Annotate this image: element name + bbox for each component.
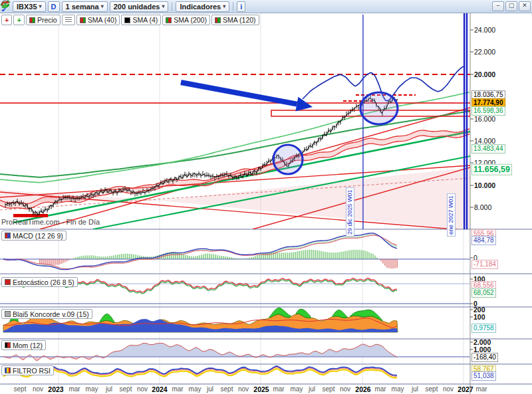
koncorde-color-icon (5, 311, 11, 317)
watermark: ProRealTime.com - Fin de Día (1, 218, 100, 226)
sma40-label: SMA (40) (88, 16, 117, 24)
stochastic-label-text: Estocástico (26 8 5) (13, 278, 74, 286)
toolbar: ✔ IBX35 ▾ D 1 semana ▾ 200 unidades ▾ In… (0, 0, 532, 13)
filtro-rsi-label-text: FILTRO RSI (13, 367, 51, 375)
macd-panel-label[interactable]: MACD (12 26 9) (1, 231, 66, 241)
sma120-label: SMA (120) (223, 16, 256, 24)
sma120-chip[interactable]: SMA (120) (211, 15, 259, 25)
filtro-rsi-panel-label[interactable]: FILTRO RSI (1, 365, 54, 375)
momentum-color-icon (5, 342, 11, 348)
daily-mode-label: D (51, 3, 57, 11)
toolbar-separator (172, 2, 172, 11)
stochastic-color-icon (5, 279, 11, 285)
close-button[interactable]: ✕ (519, 1, 531, 11)
window-controls: – ▢ ✕ (492, 1, 531, 11)
price-chip-label: Precio (37, 16, 57, 24)
chevron-down-icon: ▾ (162, 3, 164, 9)
timeframe-selector[interactable]: 1 semana ▾ (62, 1, 108, 12)
arrow-shaft (181, 82, 297, 104)
sma4-color-icon (124, 17, 130, 23)
price-legend: + + Precio SMA (40) SMA (4) SMA (200) SM… (1, 15, 259, 25)
price-chip[interactable]: Precio (26, 15, 61, 25)
sma40-chip[interactable]: SMA (40) (76, 15, 120, 25)
remove-indicator-button[interactable]: + (1, 15, 12, 25)
timeframe-label: 1 semana (66, 3, 99, 11)
chevron-down-icon: ▾ (101, 3, 104, 9)
filtro-rsi-color-icon (5, 367, 11, 373)
chart-canvas[interactable] (0, 0, 532, 394)
sma200-chip[interactable]: SMA (200) (162, 15, 210, 25)
green-plus-icon: + (17, 17, 21, 23)
list-icon (65, 17, 72, 23)
red-bar-drawing (13, 214, 48, 217)
sma200-label: SMA (200) (174, 16, 207, 24)
sma4-label: SMA (4) (132, 16, 158, 24)
macd-color-icon (5, 233, 11, 239)
minimize-button[interactable]: – (492, 1, 504, 11)
indicators-button[interactable]: Indicadores ▾ (176, 1, 229, 12)
koncorde-panel-label[interactable]: Blai5 Koncorde v.09 (15) (1, 309, 92, 319)
chevron-down-icon: ▾ (39, 3, 42, 9)
koncorde-label-text: Blai5 Koncorde v.09 (15) (13, 310, 89, 318)
momentum-label-text: Mom (12) (13, 342, 43, 349)
sma40-color-icon (80, 17, 86, 23)
momentum-panel-label[interactable]: Mom (12) (1, 340, 46, 350)
units-selector[interactable]: 200 unidades ▾ (110, 1, 169, 12)
macd-label-text: MACD (12 26 9) (13, 232, 63, 240)
arrow-head-annotation (295, 97, 313, 112)
units-label: 200 unidades (114, 3, 160, 11)
indicators-label: Indicadores (180, 3, 221, 11)
sma4-chip[interactable]: SMA (4) (121, 15, 161, 25)
highlight-circle-annotation (360, 92, 398, 124)
sma120-color-icon (215, 17, 221, 23)
sma200-line (0, 111, 469, 177)
info-label: i (240, 3, 242, 11)
red-plus-icon: + (5, 17, 9, 23)
pink-channel-fill (160, 167, 470, 231)
symbol-label: IBX35 (17, 3, 37, 11)
chevron-down-icon: ▾ (223, 3, 225, 9)
candlestick-icon (29, 17, 35, 23)
add-indicator-button[interactable]: + (13, 15, 24, 25)
main-chart-area[interactable] (0, 66, 470, 231)
symbol-selector[interactable]: IBX35 ▾ (13, 1, 46, 12)
toolbar-separator (233, 2, 233, 11)
daily-mode-button[interactable]: D (48, 1, 60, 12)
maximize-button[interactable]: ▢ (505, 1, 517, 11)
list-settings-button[interactable] (62, 15, 75, 25)
prorealtime-window: ✔ IBX35 ▾ D 1 semana ▾ 200 unidades ▾ In… (0, 0, 532, 394)
highlight-circle-annotation (273, 145, 303, 174)
refresh-icon[interactable] (0, 0, 11, 9)
stochastic-panel-label[interactable]: Estocástico (26 8 5) (1, 277, 78, 287)
sma200-color-icon (166, 17, 172, 23)
info-button[interactable]: i (237, 1, 245, 12)
